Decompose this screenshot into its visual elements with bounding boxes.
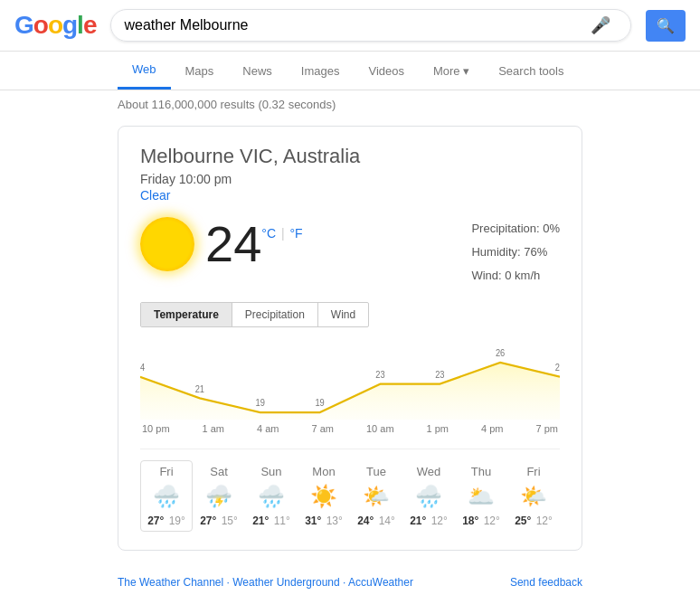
tab-wind[interactable]: Wind: [318, 303, 368, 326]
chart-label-5: 23: [435, 369, 445, 380]
nav-videos[interactable]: Videos: [354, 53, 419, 89]
sun-icon: [140, 217, 194, 271]
search-button[interactable]: 🔍: [646, 10, 686, 42]
date-time: Friday 10:00 pm: [140, 172, 560, 186]
forecast-temps-1: 27° 15°: [195, 515, 242, 527]
celsius-unit[interactable]: °C: [261, 226, 276, 241]
chart-label-4: 23: [375, 369, 385, 380]
feedback-link[interactable]: Send feedback: [510, 576, 582, 589]
forecast-day-6[interactable]: Thu 🌥️ 18° 12°: [455, 460, 507, 532]
chart-label-0: 24: [140, 362, 145, 373]
nav-maps[interactable]: Maps: [171, 53, 229, 89]
forecast-high-4: 24°: [357, 515, 374, 527]
forecast-day-name-0: Fri: [143, 465, 190, 478]
forecast-icon-7: 🌤️: [510, 484, 557, 509]
forecast-day-name-2: Sun: [248, 465, 295, 478]
chart-label-2: 19: [256, 398, 266, 409]
temp-block: 24 °C | °F: [205, 219, 303, 269]
forecast-high-5: 21°: [410, 515, 426, 527]
forecast-day-7[interactable]: Fri 🌤️ 25° 12°: [507, 460, 560, 532]
forecast-temps-7: 25° 12°: [510, 515, 557, 527]
time-label-0: 10 pm: [142, 423, 170, 434]
forecast-temps-3: 31° 13°: [300, 515, 347, 527]
nav-bar: Web Maps News Images Videos More ▾ Searc…: [0, 52, 700, 90]
search-input[interactable]: [124, 17, 591, 33]
nav-news[interactable]: News: [228, 53, 287, 89]
weather-channel-link[interactable]: The Weather Channel: [118, 576, 223, 589]
forecast-day-0[interactable]: Fri 🌧️ 27° 19°: [140, 460, 193, 532]
forecast-high-3: 31°: [305, 515, 321, 527]
nav-web[interactable]: Web: [118, 52, 171, 90]
forecast-icon-3: ☀️: [300, 484, 347, 509]
time-label-7: 7 pm: [536, 423, 558, 434]
forecast-high-6: 18°: [462, 515, 478, 527]
logo-g2: g: [62, 11, 77, 39]
forecast-icon-1: ⛈️: [195, 484, 242, 509]
forecast-day-name-5: Wed: [405, 465, 452, 478]
time-label-1: 1 am: [203, 423, 224, 434]
weather-main: 24 °C | °F Precipitation: 0% Humidity: 7…: [140, 217, 560, 288]
forecast-day-name-7: Fri: [510, 465, 557, 478]
forecast-low-0: 19°: [169, 515, 185, 527]
forecast-day-5[interactable]: Wed 🌧️ 21° 12°: [402, 460, 455, 532]
mic-icon[interactable]: 🎤: [591, 15, 610, 35]
chart-time-labels: 10 pm 1 am 4 am 7 am 10 am 1 pm 4 pm 7 p…: [140, 423, 560, 434]
logo-o1: o: [33, 11, 48, 39]
nav-search-tools[interactable]: Search tools: [484, 53, 578, 89]
logo-l: l: [77, 11, 83, 39]
weather-left: 24 °C | °F: [140, 217, 303, 271]
time-label-3: 7 am: [312, 423, 334, 434]
tab-temperature[interactable]: Temperature: [141, 303, 232, 326]
wind-info: Wind: 0 km/h: [471, 264, 560, 288]
time-label-5: 1 pm: [427, 423, 449, 434]
weather-condition: Clear: [140, 188, 560, 203]
header: Google 🎤 🔍: [0, 0, 700, 52]
chart-label-7: 24: [555, 362, 560, 373]
forecast-low-7: 12°: [536, 515, 553, 527]
forecast-high-2: 21°: [252, 515, 269, 527]
forecast-day-name-4: Tue: [353, 465, 400, 478]
forecast-temps-4: 24° 14°: [353, 515, 400, 527]
forecast-day-4[interactable]: Tue 🌤️ 24° 14°: [350, 460, 402, 532]
weather-underground-link[interactable]: Weather Underground: [232, 576, 340, 589]
forecast-temps-6: 18° 12°: [458, 515, 505, 527]
chart-label-6: 26: [496, 347, 506, 358]
logo-g: G: [14, 11, 33, 39]
forecast-day-name-6: Thu: [458, 465, 505, 478]
tab-precipitation[interactable]: Precipitation: [232, 303, 318, 326]
logo-o2: o: [48, 11, 62, 39]
results-count: About 116,000,000 results (0.32 seconds): [118, 98, 336, 111]
location-name: Melbourne VIC, Australia: [140, 145, 560, 168]
chart-tabs: Temperature Precipitation Wind: [140, 302, 369, 327]
accuweather-link[interactable]: AccuWeather: [348, 576, 413, 589]
forecast-day-name-1: Sat: [195, 465, 242, 478]
forecast-high-7: 25°: [515, 515, 531, 527]
precipitation-info: Precipitation: 0%: [471, 217, 560, 241]
forecast-row: Fri 🌧️ 27° 19° Sat ⛈️ 27° 15° Sun 🌧️ 21°…: [140, 449, 560, 532]
nav-more[interactable]: More ▾: [419, 53, 484, 89]
forecast-temps-0: 27° 19°: [143, 515, 190, 527]
nav-images[interactable]: Images: [287, 53, 355, 89]
chart-svg: 24 21 19 19 23 23 26 24: [140, 338, 560, 420]
footer: The Weather Channel · Weather Undergroun…: [0, 569, 700, 595]
time-label-4: 10 am: [366, 423, 394, 434]
forecast-low-4: 14°: [379, 515, 395, 527]
logo-e: e: [83, 11, 97, 39]
humidity-info: Humidity: 76%: [471, 241, 560, 264]
forecast-day-2[interactable]: Sun 🌧️ 21° 11°: [245, 460, 298, 532]
time-label-2: 4 am: [257, 423, 279, 434]
fahrenheit-unit[interactable]: °F: [289, 226, 302, 241]
forecast-day-name-3: Mon: [300, 465, 347, 478]
time-label-6: 4 pm: [481, 423, 503, 434]
forecast-high-0: 27°: [147, 515, 164, 527]
forecast-icon-0: 🌧️: [143, 484, 190, 509]
temperature-value: 24: [205, 219, 261, 269]
footer-sources: The Weather Channel · Weather Undergroun…: [118, 576, 413, 589]
forecast-low-6: 12°: [484, 515, 500, 527]
forecast-icon-5: 🌧️: [405, 484, 452, 509]
temp-unit: °C | °F: [261, 226, 302, 241]
forecast-day-3[interactable]: Mon ☀️ 31° 13°: [298, 460, 350, 532]
forecast-day-1[interactable]: Sat ⛈️ 27° 15°: [193, 460, 245, 532]
forecast-low-2: 11°: [274, 515, 290, 527]
chart-label-1: 21: [195, 383, 205, 394]
